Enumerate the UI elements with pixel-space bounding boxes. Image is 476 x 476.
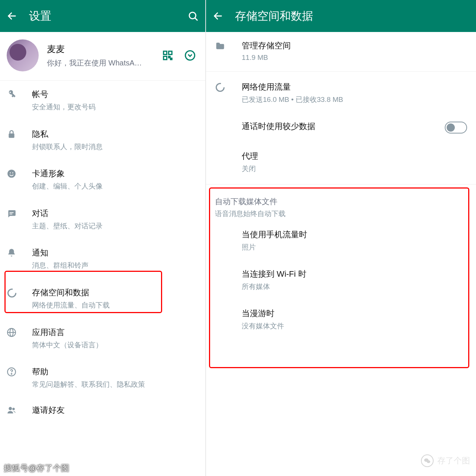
- svg-line-2: [195, 18, 197, 20]
- data-usage-icon: [7, 287, 32, 298]
- row-network-usage[interactable]: 网络使用流量已发送16.0 MB • 已接收33.8 MB: [206, 73, 476, 113]
- chat-icon: [7, 208, 32, 218]
- row-avatar[interactable]: 卡通形象创建、编辑、个人头像: [0, 160, 205, 200]
- row-roaming[interactable]: 当漫游时没有媒体文件: [206, 300, 476, 339]
- svg-rect-5: [164, 57, 167, 60]
- wechat-icon: [421, 454, 434, 467]
- profile-row[interactable]: 麦麦 你好，我正在使用 WhatsA…: [0, 32, 205, 81]
- svg-point-24: [216, 84, 224, 91]
- chevron-down-circle-icon[interactable]: [184, 50, 196, 61]
- row-manage-storage[interactable]: 管理存储空间11.9 MB: [206, 32, 476, 70]
- svg-rect-6: [169, 57, 170, 58]
- bell-icon: [7, 247, 32, 258]
- appbar-left: 设置: [0, 0, 205, 32]
- right-phone: 存储空间和数据 管理存储空间11.9 MB 网络使用流量已发送16.0 MB •…: [205, 0, 476, 476]
- watermark-left: 搜狐号@存了个图: [4, 463, 69, 474]
- svg-rect-4: [169, 51, 172, 55]
- profile-text: 麦麦 你好，我正在使用 WhatsA…: [47, 43, 162, 68]
- qr-icon[interactable]: [162, 50, 173, 61]
- svg-point-21: [9, 407, 12, 410]
- row-privacy[interactable]: 隐私封锁联系人，限时消息: [0, 120, 205, 160]
- data-usage-icon: [215, 81, 242, 93]
- row-less-data[interactable]: 通话时使用较少数据: [206, 113, 476, 142]
- svg-point-12: [12, 173, 13, 174]
- svg-point-22: [12, 408, 15, 410]
- svg-rect-3: [164, 51, 167, 55]
- back-icon[interactable]: [7, 11, 17, 21]
- back-icon[interactable]: [213, 11, 223, 21]
- watermark-right: 存了个图: [421, 454, 470, 467]
- avatar: [7, 39, 39, 71]
- people-icon: [7, 405, 32, 415]
- left-phone: 设置 麦麦 你好，我正在使用 WhatsA… 帐号安全通知，更改号码: [0, 0, 205, 476]
- row-invite[interactable]: 邀请好友: [0, 398, 205, 425]
- svg-point-15: [8, 289, 16, 297]
- row-chats[interactable]: 对话主题、壁纸、对话记录: [0, 200, 205, 239]
- profile-name: 麦麦: [47, 43, 162, 55]
- svg-rect-14: [10, 213, 13, 214]
- search-icon[interactable]: [187, 10, 199, 22]
- page-title-right: 存储空间和数据: [235, 9, 469, 24]
- watermark-right-text: 存了个图: [437, 455, 470, 466]
- svg-point-10: [7, 170, 16, 178]
- row-storage[interactable]: 存储空间和数据网络使用流量、自动下载: [0, 279, 205, 319]
- section-title: 自动下载媒体文件: [215, 196, 467, 207]
- row-help[interactable]: 帮助常见问题解答、联系我们、隐私政策: [0, 358, 205, 398]
- globe-icon: [7, 327, 32, 337]
- svg-point-11: [10, 173, 11, 174]
- divider: [206, 184, 476, 184]
- svg-point-8: [186, 51, 195, 60]
- svg-point-20: [11, 373, 12, 374]
- svg-rect-13: [10, 212, 14, 213]
- key-icon: [7, 89, 32, 99]
- row-wifi[interactable]: 当连接到 Wi-Fi 时所有媒体: [206, 260, 476, 300]
- appbar-right: 存储空间和数据: [206, 0, 476, 32]
- page-title-left: 设置: [29, 9, 187, 24]
- divider: [206, 71, 476, 72]
- svg-rect-7: [171, 58, 172, 60]
- help-icon: [7, 366, 32, 377]
- face-icon: [7, 168, 32, 178]
- row-notifications[interactable]: 通知消息、群组和铃声: [0, 239, 205, 279]
- row-account[interactable]: 帐号安全通知，更改号码: [0, 81, 205, 120]
- row-language[interactable]: 应用语言简体中文（设备语言）: [0, 319, 205, 358]
- toggle-less-data[interactable]: [445, 122, 467, 134]
- row-proxy[interactable]: 代理关闭: [206, 142, 476, 182]
- row-mobile-data[interactable]: 当使用手机流量时照片: [206, 221, 476, 260]
- svg-rect-9: [9, 133, 14, 138]
- section-sub: 语音消息始终自动下载: [215, 209, 467, 219]
- auto-download-section: 自动下载媒体文件 语音消息始终自动下载: [206, 187, 476, 221]
- profile-status: 你好，我正在使用 WhatsA…: [47, 58, 144, 68]
- lock-icon: [7, 129, 32, 139]
- folder-icon: [215, 40, 242, 51]
- profile-actions: [162, 50, 196, 61]
- svg-point-26: [427, 460, 430, 463]
